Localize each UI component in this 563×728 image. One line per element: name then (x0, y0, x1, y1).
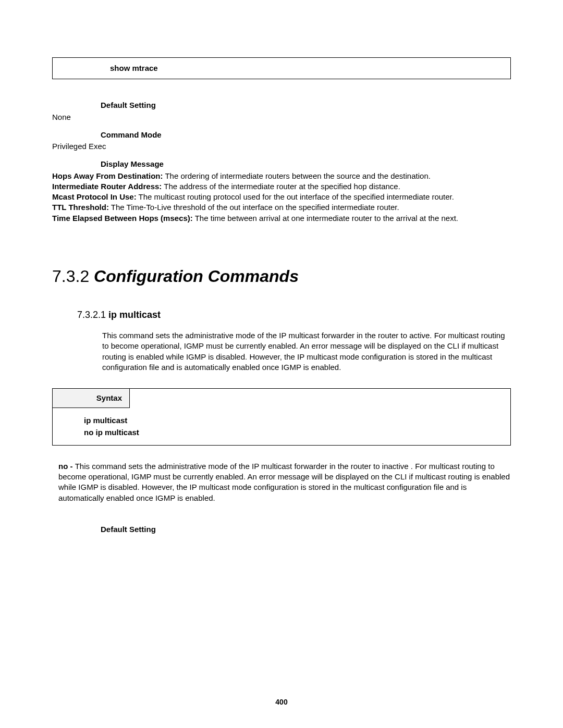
syntax-line-2: no ip multicast (84, 427, 505, 438)
intermediate-router-text: The address of the intermediate router a… (162, 182, 400, 191)
section-title: Configuration Commands (94, 267, 299, 286)
command-mode-value: Privileged Exec (52, 141, 511, 152)
command-box-show-mtrace: show mtrace (52, 57, 511, 79)
syntax-line-1: ip multicast (84, 415, 505, 426)
no-bold: no - (58, 462, 75, 471)
time-elapsed-label: Time Elapsed Between Hops (msecs): (52, 214, 193, 223)
default-setting-label-1: Default Setting (101, 100, 511, 110)
ttl-threshold-label: TTL Threshold: (52, 203, 109, 212)
syntax-box: Syntax ip multicast no ip multicast (52, 388, 511, 446)
command-text: show mtrace (110, 64, 158, 72)
section-heading-config-commands: 7.3.2 Configuration Commands (52, 265, 511, 288)
ttl-threshold-text: The Time-To-Live threshold of the out in… (109, 203, 399, 212)
subsection-heading-ip-multicast: 7.3.2.1 ip multicast (77, 309, 511, 321)
default-setting-value-1: None (52, 112, 511, 122)
section-number: 7.3.2 (52, 267, 94, 286)
subsection-number: 7.3.2.1 (77, 310, 108, 320)
hops-label: Hops Away From Destination: (52, 171, 163, 180)
no-description: no - This command sets the administrativ… (58, 461, 511, 503)
default-setting-label-2: Default Setting (101, 524, 511, 535)
mcast-protocol-label: Mcast Protocol In Use: (52, 192, 137, 201)
page-container: show mtrace Default Setting None Command… (0, 0, 563, 728)
syntax-body: ip multicast no ip multicast (53, 408, 510, 445)
subsection-title: ip multicast (108, 310, 161, 320)
time-elapsed-text: The time between arrival at one intermed… (193, 214, 458, 223)
page-number: 400 (0, 697, 563, 707)
command-mode-label: Command Mode (101, 130, 511, 140)
intermediate-router-label: Intermediate Router Address: (52, 182, 162, 191)
ip-multicast-description: This command sets the administrative mod… (102, 330, 511, 373)
mcast-protocol-text: The multicast routing protocol used for … (137, 192, 454, 201)
display-message-block: Hops Away From Destination: The ordering… (52, 171, 511, 224)
display-message-label: Display Message (101, 159, 511, 169)
syntax-header-row: Syntax (53, 389, 510, 408)
syntax-label: Syntax (53, 389, 130, 408)
hops-text: The ordering of intermediate routers bet… (163, 171, 431, 180)
no-text: This command sets the administrative mod… (58, 462, 510, 502)
